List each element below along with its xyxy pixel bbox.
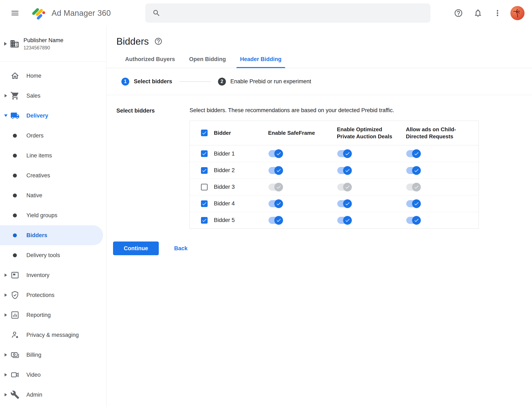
more-vert-icon [493, 8, 502, 18]
sidebar-item-delivery-tools[interactable]: Delivery tools [0, 245, 106, 265]
search-input[interactable] [166, 10, 423, 16]
sidebar-item-video[interactable]: Video [0, 365, 106, 385]
select-all-checkbox[interactable] [201, 130, 208, 136]
table-row-bidder-5: Bidder 5 [190, 212, 479, 228]
topbar: Ad Manager 360 [0, 0, 532, 26]
step-connector [179, 81, 211, 82]
bidder-checkbox[interactable] [201, 200, 208, 207]
optimized-deals-toggle[interactable] [337, 184, 351, 191]
column-header-child-directed: Allow ads on Child-Directed Requests [406, 126, 479, 140]
check-icon [345, 168, 350, 173]
safeframe-toggle[interactable] [268, 167, 282, 174]
child-directed-toggle[interactable] [406, 167, 420, 174]
sidebar-item-privacy-messaging[interactable]: Privacy & messaging [0, 325, 106, 345]
help-icon [154, 37, 162, 46]
sidebar-item-protections[interactable]: Protections [0, 285, 106, 305]
bidder-checkbox[interactable] [201, 167, 208, 174]
more-options-button[interactable] [491, 7, 504, 20]
bidder-name: Bidder 3 [214, 184, 235, 190]
safeframe-toggle[interactable] [268, 200, 282, 207]
sidebar-item-native[interactable]: Native [0, 185, 106, 205]
person-privacy-icon [10, 330, 20, 339]
sidebar-item-sales[interactable]: Sales [0, 86, 106, 106]
table-row-bidder-2: Bidder 2 [190, 162, 479, 179]
bullet-icon [13, 233, 17, 237]
tab-header-bidding[interactable]: Header Bidding [233, 54, 289, 68]
check-icon [414, 184, 419, 190]
app-title: Ad Manager 360 [52, 9, 111, 18]
column-header-safeframe: Enable SafeFrame [268, 130, 325, 137]
cart-icon [10, 91, 20, 100]
bullet-icon [13, 194, 17, 197]
notifications-button[interactable] [471, 7, 485, 20]
home-icon [10, 71, 20, 80]
tab-open-bidding[interactable]: Open Bidding [182, 54, 233, 68]
step-1-indicator: 1 [121, 78, 129, 86]
bidder-checkbox[interactable] [201, 150, 208, 157]
chevron-right-icon [5, 373, 7, 376]
sidebar-item-yield-groups[interactable]: Yield groups [0, 205, 106, 225]
check-icon [202, 168, 207, 173]
child-directed-toggle[interactable] [406, 200, 420, 207]
help-button[interactable] [452, 7, 465, 20]
check-icon [345, 218, 350, 223]
sidebar-item-bidders[interactable]: Bidders [0, 225, 103, 245]
building-icon [10, 39, 19, 49]
sidebar-item-home[interactable]: Home [0, 66, 106, 86]
optimized-deals-toggle[interactable] [337, 217, 351, 224]
page-help-button[interactable] [154, 37, 162, 46]
menu-icon [10, 8, 20, 18]
avatar[interactable] [510, 6, 524, 20]
select-bidders-panel: Select bidders. These recommendations ar… [190, 107, 493, 229]
optimized-deals-toggle[interactable] [337, 150, 351, 157]
sidebar-item-inventory[interactable]: Inventory [0, 265, 106, 285]
table-row-bidder-1: Bidder 1 [190, 145, 479, 162]
search-bar[interactable] [145, 4, 430, 23]
check-icon [202, 151, 207, 156]
sidebar-item-orders[interactable]: Orders [0, 126, 106, 146]
sidebar-item-delivery[interactable]: Delivery [0, 106, 106, 126]
sidebar-item-admin[interactable]: Admin [0, 385, 106, 405]
sidebar-item-billing[interactable]: Billing [0, 345, 106, 365]
bar-chart-icon [10, 310, 20, 320]
sidebar-item-creatives[interactable]: Creatives [0, 165, 106, 185]
child-directed-toggle[interactable] [406, 217, 420, 224]
search-icon [152, 9, 161, 17]
optimized-deals-toggle[interactable] [337, 167, 351, 174]
ad-manager-logo-icon [31, 6, 46, 21]
payments-icon [10, 350, 20, 360]
wrench-icon [10, 390, 20, 399]
tab-authorized-buyers[interactable]: Authorized Buyers [118, 54, 182, 68]
bullet-icon [13, 174, 17, 178]
continue-button[interactable]: Continue [113, 242, 159, 255]
column-header-optimized-deals: Enable Optimized Private Auction Deals [337, 126, 406, 140]
check-icon [345, 151, 350, 156]
palm-tree-avatar-graphic [512, 8, 523, 18]
check-icon [202, 130, 207, 136]
check-icon [414, 151, 419, 156]
chevron-right-icon [5, 393, 7, 396]
videocam-icon [10, 370, 20, 379]
publisher-switcher[interactable]: Publisher Name 1234567890 [0, 26, 106, 62]
safeframe-toggle[interactable] [268, 184, 282, 191]
expand-arrow-icon [4, 42, 7, 46]
child-directed-toggle[interactable] [406, 150, 420, 157]
safeframe-toggle[interactable] [268, 217, 282, 224]
bidder-checkbox[interactable] [201, 217, 208, 224]
bidder-name: Bidder 2 [214, 167, 235, 174]
bidder-name: Bidder 5 [214, 217, 235, 223]
inventory-icon [10, 271, 20, 280]
table-row-bidder-4: Bidder 4 [190, 195, 479, 212]
publisher-name: Publisher Name [24, 37, 63, 44]
safeframe-toggle[interactable] [268, 150, 282, 157]
check-icon [414, 168, 419, 173]
chevron-down-icon [4, 114, 8, 117]
optimized-deals-toggle[interactable] [337, 200, 351, 207]
sidebar-item-line-items[interactable]: Line items [0, 146, 106, 165]
menu-button[interactable] [8, 6, 23, 21]
bidder-checkbox[interactable] [201, 184, 208, 190]
chevron-right-icon [5, 274, 7, 277]
back-button[interactable]: Back [174, 245, 188, 252]
sidebar-item-reporting[interactable]: Reporting [0, 305, 106, 325]
child-directed-toggle[interactable] [406, 184, 420, 191]
